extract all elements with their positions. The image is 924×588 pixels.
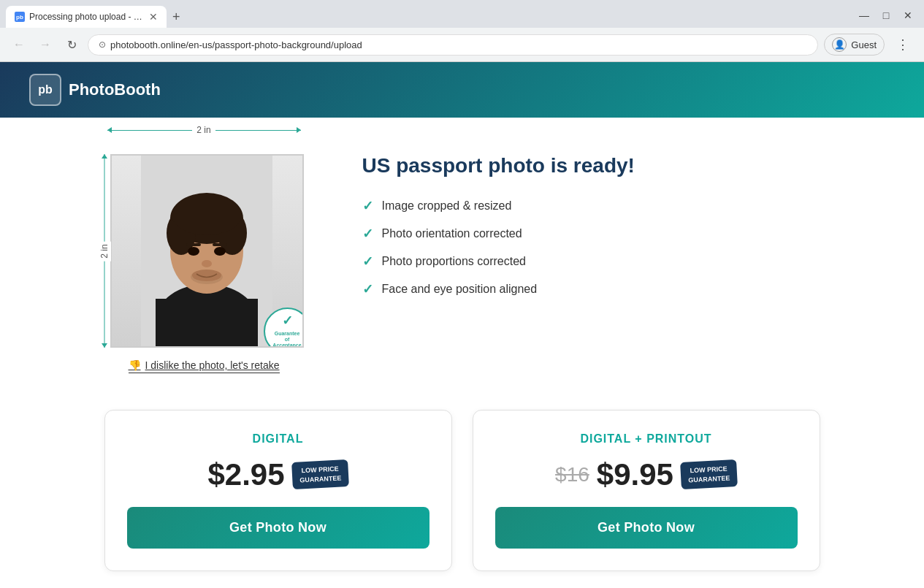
main-content: 2 in 2 in: [0, 118, 924, 588]
browser-menu-button[interactable]: ⋮: [890, 34, 915, 56]
svg-point-15: [191, 270, 223, 284]
minimize-button[interactable]: —: [854, 7, 874, 24]
tab-title: Processing photo upload - P...: [29, 12, 145, 22]
digital-amount-row: $2.95 LOW PRICE GUARANTEE: [207, 457, 348, 492]
check-icon-3: ✓: [362, 253, 373, 270]
check-text-1: Image cropped & resized: [382, 199, 512, 213]
svg-rect-11: [186, 243, 201, 246]
check-icon-1: ✓: [362, 198, 373, 214]
svg-point-9: [188, 247, 199, 256]
logo-wrapper: pb PhotoBooth: [29, 74, 161, 106]
digital-guarantee-badge: LOW PRICE GUARANTEE: [291, 459, 349, 489]
pricing-row: DIGITAL $2.95 LOW PRICE GUARANTEE Get Ph…: [104, 410, 820, 571]
dimension-left-label: 2 in: [98, 241, 111, 261]
check-item-1: ✓ Image cropped & resized: [362, 198, 635, 214]
site-header: pb PhotoBooth: [0, 62, 924, 118]
photo-section: 2 in 2 in: [104, 147, 304, 373]
refresh-button[interactable]: ↻: [61, 34, 82, 55]
svg-point-13: [202, 260, 212, 267]
tab-close-button[interactable]: ✕: [149, 12, 158, 22]
svg-point-10: [214, 247, 226, 256]
site-wrapper: pb PhotoBooth 2 in: [0, 62, 924, 588]
back-button[interactable]: ←: [9, 34, 29, 55]
profile-icon: 👤: [832, 37, 847, 52]
content-row: 2 in 2 in: [104, 147, 820, 373]
logo-icon: pb: [29, 74, 61, 106]
url-text: photobooth.online/en-us/passport-photo-b…: [110, 39, 807, 50]
digital-card: DIGITAL $2.95 LOW PRICE GUARANTEE Get Ph…: [104, 410, 452, 571]
svg-point-8: [172, 194, 242, 235]
photo-with-side: 2 in: [104, 154, 304, 348]
digital-printout-guarantee-badge: LOW PRICE GUARANTEE: [680, 459, 738, 489]
browser-window: pb Processing photo upload - P... ✕ + — …: [0, 0, 924, 588]
tab-favicon: pb: [15, 12, 25, 22]
digital-get-photo-button[interactable]: Get Photo Now: [127, 507, 429, 549]
digital-printout-card: DIGITAL + PRINTOUT $16 $9.95 LOW PRICE G…: [473, 410, 820, 571]
check-list: ✓ Image cropped & resized ✓ Photo orient…: [362, 198, 635, 297]
browser-top-bar: pb Processing photo upload - P... ✕ + — …: [0, 0, 924, 28]
passport-photo: ✓ Guarantee of Acceptance: [110, 154, 304, 348]
forward-button[interactable]: →: [35, 34, 56, 55]
dimension-left: 2 in: [104, 154, 110, 348]
digital-printout-get-photo-button[interactable]: Get Photo Now: [495, 507, 798, 549]
dimension-top: 2 in: [104, 125, 304, 135]
retake-label: I dislike the photo, let's retake: [145, 359, 280, 371]
check-item-2: ✓ Photo orientation corrected: [362, 226, 635, 242]
digital-printout-price-old: $16: [555, 463, 589, 486]
check-icon-4: ✓: [362, 281, 373, 297]
digital-printout-amount-row: $16 $9.95 LOW PRICE GUARANTEE: [555, 457, 737, 492]
retake-link[interactable]: 👎 I dislike the photo, let's retake: [129, 359, 280, 373]
digital-printout-type-label: DIGITAL + PRINTOUT: [580, 432, 711, 446]
svg-rect-2: [156, 299, 258, 346]
check-text-3: Photo proportions corrected: [382, 255, 526, 268]
check-item-4: ✓ Face and eye position aligned: [362, 281, 635, 297]
digital-printout-price-new: $9.95: [597, 457, 673, 492]
brand-name: PhotoBooth: [69, 80, 161, 99]
maximize-button[interactable]: □: [876, 7, 896, 24]
person-silhouette: [141, 154, 272, 346]
digital-price: $2.95: [207, 457, 284, 492]
info-section: US passport photo is ready! ✓ Image crop…: [362, 147, 635, 297]
check-text-2: Photo orientation corrected: [382, 227, 522, 240]
close-button[interactable]: ✕: [898, 7, 918, 24]
dimension-top-label: 2 in: [192, 125, 215, 135]
browser-toolbar: ← → ↻ ⊙ photobooth.online/en-us/passport…: [0, 28, 924, 62]
security-icon: ⊙: [99, 39, 106, 50]
ready-title: US passport photo is ready!: [362, 154, 635, 177]
digital-type-label: DIGITAL: [253, 432, 304, 446]
check-text-4: Face and eye position aligned: [382, 283, 538, 296]
profile-label: Guest: [851, 39, 877, 50]
active-tab[interactable]: pb Processing photo upload - P... ✕: [6, 6, 167, 28]
profile-button[interactable]: 👤 Guest: [824, 34, 885, 56]
thumbs-down-icon: 👎: [129, 359, 141, 371]
check-icon-2: ✓: [362, 226, 373, 242]
check-item-3: ✓ Photo proportions corrected: [362, 253, 635, 270]
svg-rect-12: [213, 243, 227, 246]
new-tab-button[interactable]: +: [167, 7, 186, 28]
address-bar[interactable]: ⊙ photobooth.online/en-us/passport-photo…: [88, 34, 818, 56]
